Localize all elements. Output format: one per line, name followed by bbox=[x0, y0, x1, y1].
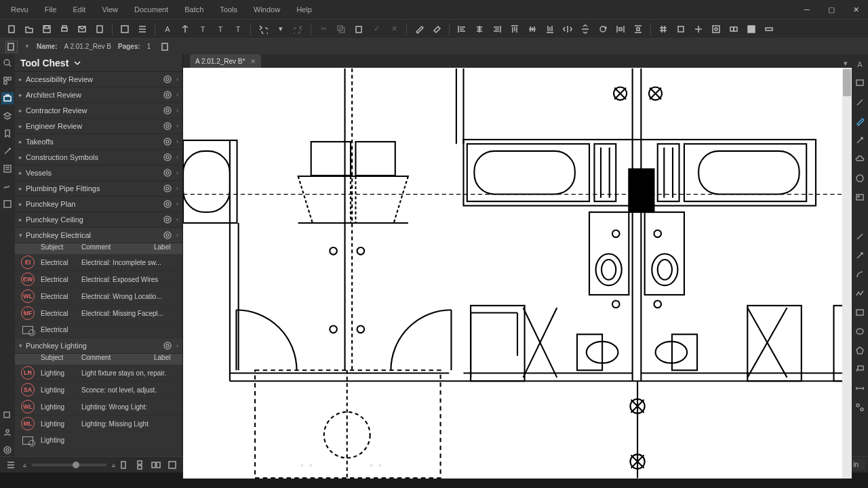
undo-icon[interactable] bbox=[256, 22, 271, 37]
tool-row[interactable]: WL Electrical Electrical: Wrong Locatio.… bbox=[15, 288, 182, 305]
bookmarks-icon[interactable] bbox=[1, 127, 14, 140]
maximize-button[interactable]: ▢ bbox=[822, 2, 841, 17]
gear-icon[interactable] bbox=[163, 137, 172, 146]
text-t-icon[interactable]: T bbox=[195, 22, 210, 37]
text-t2-icon[interactable]: T bbox=[213, 22, 228, 37]
copy-icon[interactable] bbox=[334, 22, 349, 37]
new-file-icon[interactable] bbox=[4, 22, 19, 37]
toolset-punchkey-lighting[interactable]: ▾ Punchkey Lighting › bbox=[15, 338, 182, 354]
gear-icon[interactable] bbox=[163, 106, 172, 115]
fit-page-icon[interactable] bbox=[165, 458, 179, 472]
toolset-accessibility-review[interactable]: ▸ Accessibility Review › bbox=[15, 72, 182, 87]
undo-dd-icon[interactable]: ▾ bbox=[273, 22, 288, 37]
snap-content-icon[interactable] bbox=[673, 22, 688, 37]
apply-icon[interactable]: ✓ bbox=[369, 22, 384, 37]
reuse-icon[interactable] bbox=[709, 22, 724, 37]
align-center-icon[interactable] bbox=[472, 22, 487, 37]
gear-icon[interactable] bbox=[163, 184, 172, 193]
studio-icon[interactable] bbox=[1, 426, 14, 439]
cut-icon[interactable]: ✂ bbox=[316, 22, 331, 37]
text-edit-icon[interactable] bbox=[178, 22, 193, 37]
toolset-vessels[interactable]: ▸ Vessels › bbox=[15, 165, 182, 181]
stamp-tool-icon[interactable] bbox=[854, 172, 866, 184]
tool-row[interactable]: EW Electrical Electrical: Exposed Wires bbox=[15, 271, 182, 288]
close-button[interactable]: ✕ bbox=[846, 2, 865, 17]
menu-revu[interactable]: Revu bbox=[3, 3, 37, 16]
cancel-icon[interactable]: ✕ bbox=[387, 22, 401, 37]
tool-row[interactable]: ML Lighting Lighting: Missing Light bbox=[15, 415, 182, 432]
menu-file[interactable]: File bbox=[37, 3, 65, 16]
menu-document[interactable]: Document bbox=[126, 3, 176, 16]
arc-tool-icon[interactable] bbox=[854, 268, 866, 281]
settings-icon[interactable] bbox=[1, 444, 14, 456]
vertical-scrollbar[interactable] bbox=[842, 68, 852, 479]
properties-icon[interactable] bbox=[1, 145, 14, 157]
forms-icon[interactable] bbox=[1, 163, 14, 175]
document-canvas[interactable] bbox=[183, 68, 852, 479]
tool-row[interactable]: SA Lighting Sconce: not level, adjust. bbox=[15, 382, 182, 399]
align-bottom-icon[interactable] bbox=[542, 22, 557, 37]
gear-icon[interactable] bbox=[163, 75, 172, 84]
tool-chest-icon[interactable] bbox=[1, 92, 14, 104]
arrow-tool-icon[interactable] bbox=[854, 134, 866, 146]
rotate-icon[interactable] bbox=[595, 22, 610, 37]
note-tool-icon[interactable] bbox=[854, 77, 866, 89]
side-by-side-icon[interactable] bbox=[149, 458, 163, 472]
grid-icon[interactable] bbox=[656, 22, 671, 37]
continuous-icon[interactable] bbox=[133, 458, 146, 472]
search-icon[interactable] bbox=[1, 57, 14, 69]
markup-icon[interactable] bbox=[117, 22, 132, 37]
zoom-in-icon[interactable]: ▵ bbox=[112, 461, 115, 468]
tool-row[interactable]: EI Electrical Electrical: Incomplete sw.… bbox=[15, 254, 182, 271]
doc-dropdown-icon[interactable] bbox=[5, 41, 18, 53]
paste-icon[interactable] bbox=[351, 22, 366, 37]
minimize-button[interactable]: ─ bbox=[797, 2, 816, 17]
redo-icon[interactable] bbox=[291, 22, 306, 37]
links-icon[interactable] bbox=[1, 198, 14, 210]
zoom-slider[interactable] bbox=[32, 464, 106, 466]
toolset-takeoffs[interactable]: ▸ Takeoffs › bbox=[15, 134, 182, 150]
count-tool-icon[interactable] bbox=[854, 401, 866, 413]
flip-v-icon[interactable] bbox=[578, 22, 593, 37]
signatures-icon[interactable] bbox=[1, 180, 14, 192]
tabs-dropdown-icon[interactable]: ▾ bbox=[840, 59, 852, 68]
layers-icon[interactable] bbox=[1, 110, 14, 122]
toolset-architect-review[interactable]: ▸ Architect Review › bbox=[15, 87, 182, 103]
tool-row[interactable]: WL Lighting Lighting: Wrong Light: bbox=[15, 399, 182, 415]
toolset-engineer-review[interactable]: ▸ Engineer Review › bbox=[15, 119, 182, 134]
arrow2-tool-icon[interactable] bbox=[854, 249, 866, 262]
image-tool-icon[interactable] bbox=[854, 191, 866, 203]
text-tool-icon[interactable]: A bbox=[854, 58, 866, 70]
snap-markup-icon[interactable] bbox=[691, 22, 706, 37]
toolset-construction-symbols[interactable]: ▸ Construction Symbols › bbox=[15, 150, 182, 165]
gear-icon[interactable] bbox=[163, 168, 172, 178]
menu-window[interactable]: Window bbox=[245, 3, 288, 16]
align-middle-icon[interactable] bbox=[525, 22, 540, 37]
gear-icon[interactable] bbox=[163, 152, 172, 162]
rectangle-tool-icon[interactable] bbox=[854, 306, 866, 319]
highlight-icon[interactable] bbox=[412, 22, 427, 37]
align-top-icon[interactable] bbox=[507, 22, 522, 37]
menu-edit[interactable]: Edit bbox=[64, 3, 94, 16]
first-page-icon[interactable]: ◂ bbox=[300, 461, 303, 468]
open-file-icon[interactable] bbox=[22, 22, 37, 37]
line-tool-icon[interactable] bbox=[854, 230, 866, 243]
toolset-punchkey-ceiling[interactable]: ▸ Punchkey Ceiling › bbox=[15, 212, 182, 228]
summary-icon[interactable] bbox=[135, 22, 150, 37]
next-page-icon[interactable]: ▸ bbox=[370, 461, 374, 468]
callout-tool-icon[interactable] bbox=[854, 363, 866, 375]
zoom-out-icon[interactable]: ▵ bbox=[23, 461, 26, 468]
menu-view[interactable]: View bbox=[94, 3, 126, 16]
pages-detail-icon[interactable] bbox=[157, 39, 172, 54]
cloud-tool-icon[interactable] bbox=[854, 153, 866, 165]
toolset-punchkey-plan[interactable]: ▸ Punchkey Plan › bbox=[15, 197, 182, 212]
tool-row[interactable]: LR Lighting Light fixture stays on, repa… bbox=[15, 365, 182, 382]
polyline-tool-icon[interactable] bbox=[854, 287, 866, 300]
text-a-icon[interactable]: A bbox=[160, 22, 175, 37]
panel-title[interactable]: Tool Chest bbox=[15, 54, 182, 72]
thumbnails-icon[interactable] bbox=[1, 75, 14, 87]
sync-icon[interactable] bbox=[726, 22, 741, 37]
gear-icon[interactable] bbox=[163, 121, 172, 131]
toolset-punchkey-electrical[interactable]: ▾ Punchkey Electrical › bbox=[15, 228, 182, 243]
menu-help[interactable]: Help bbox=[288, 3, 320, 16]
